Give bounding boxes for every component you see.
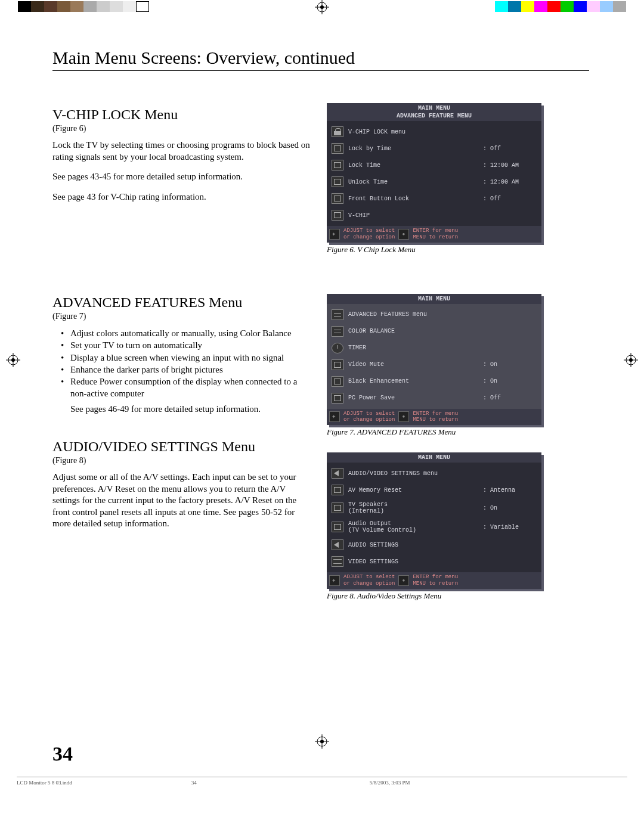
sliders-icon [332,556,343,567]
osd-row: Black Enhancement: On [330,373,538,390]
osd-label: PC Power Save [348,395,478,401]
osd-label: Lock Time [348,162,478,169]
hint-menu: MENU to return [413,581,458,587]
footer-file: LCD Monitor 5 8 03.indd [17,780,72,786]
adjust-arrows-icon [329,575,340,586]
osd-figure-8: MAIN MENU AUDIO/VIDEO SETTINGS menuAV Me… [327,452,541,589]
speaker-icon [332,468,343,479]
osd-label: Front Button Lock [348,196,478,202]
osd-label: COLOR BALANCE [348,328,478,334]
osd-label: Audio Output (TV Volume Control) [348,520,478,533]
osd7-footer: ADJUST to selector change option ENTER f… [327,409,541,426]
osd-label: TV Speakers (Internal) [348,501,478,514]
osd8-header: MAIN MENU [327,452,541,463]
page-number: 34 [52,743,73,765]
av-figref: (Figure 8) [52,456,315,466]
print-colorbar-right [495,1,626,12]
osd-value: : Off [483,196,537,202]
osd-value: : On [483,505,537,511]
osd-row: Unlock Time: 12:00 AM [330,173,538,190]
hint-adjust: ADJUST to select [343,411,395,417]
footer-line: LCD Monitor 5 8 03.indd 34 5/8/2003, 3:0… [17,777,627,786]
clock-icon [332,343,343,353]
left-column: V-CHIP LOCK Menu (Figure 6) Lock the TV … [52,101,315,616]
hint-enter: ENTER for menu [413,228,458,234]
osd-label: Lock by Time [348,145,478,152]
vchip-p1: Lock the TV by selecting times or choosi… [52,139,315,163]
av-heading: AUDIO/VIDEO SETTINGS Menu [52,439,315,455]
osd-row: VIDEO SETTINGS [330,553,538,570]
osd-row: Front Button Lock: Off [330,190,538,207]
hint-change: or change option [343,234,395,241]
adv-bullet-5: Reduce Power consumption of the display … [70,376,315,400]
right-column: MAIN MENU ADVANCED FEATURE MENU V-CHIP L… [327,101,553,616]
box-icon [332,393,343,404]
box-icon [332,193,343,204]
osd-label: TIMER [348,345,478,351]
hint-menu: MENU to return [413,417,458,423]
vchip-heading: V-CHIP LOCK Menu [52,107,315,123]
osd-label: VIDEO SETTINGS [348,559,478,565]
osd6-footer: ADJUST to selector change option ENTER f… [327,226,541,243]
dashes-icon [332,326,343,337]
osd-row: Lock by Time: Off [330,140,538,157]
osd-row: V-CHIP LOCK menu [330,123,538,140]
adv-bullet-2: Set your TV to turn on automatically [70,339,315,351]
adv-bullet-1: Adjust colors automatically or manually,… [70,327,315,339]
osd-value: : 12:00 AM [483,162,537,169]
osd-value: : Off [483,395,537,401]
hint-menu: MENU to return [413,234,458,241]
footer-page: 34 [191,780,197,786]
osd-row: Video Mute: On [330,356,538,373]
caption-7: Figure 7. ADVANCED FEATURES Menu [327,427,553,437]
print-colorbar-left [18,1,149,12]
adjust-arrows-icon [329,411,340,422]
vchip-figref: (Figure 6) [52,124,315,134]
osd-row: TIMER [330,340,538,356]
osd7-title1: MAIN MENU [327,295,541,303]
box-icon [332,522,343,532]
osd6-title2: ADVANCED FEATURE MENU [327,112,541,120]
osd8-body: AUDIO/VIDEO SETTINGS menuAV Memory Reset… [327,463,541,572]
osd8-title1: MAIN MENU [327,454,541,461]
hint-enter: ENTER for menu [413,411,458,417]
osd-row: AV Memory Reset: Antenna [330,482,538,498]
osd-label: Video Mute [348,361,478,368]
osd-row: AUDIO SETTINGS [330,536,538,553]
box-icon [332,176,343,187]
osd-row: V-CHIP [330,207,538,224]
av-p1: Adjust some or all of the A/V settings. … [52,471,315,530]
hint-change: or change option [343,581,395,587]
box-icon [332,502,343,513]
dashes-icon [332,309,343,320]
vchip-p3: See page 43 for V-Chip rating informatio… [52,191,315,203]
osd-row: Lock Time: 12:00 AM [330,157,538,173]
osd6-header: MAIN MENU ADVANCED FEATURE MENU [327,103,541,121]
speaker-icon [332,539,343,550]
footer-timestamp: 5/8/2003, 3:03 PM [370,780,410,786]
page-title: Main Menu Screens: Overview, continued [52,48,589,68]
box-icon [332,210,343,221]
osd-value: : On [483,378,537,384]
padlock-icon [332,126,343,137]
box-icon [332,143,343,154]
osd-value: : Antenna [483,487,537,494]
osd-row: ADVANCED FEATURES menu [330,306,538,323]
adv-bullet-4: Enhance the darker parts of bright pictu… [70,364,315,376]
caption-6: Figure 6. V Chip Lock Menu [327,245,553,255]
enter-icon [398,411,409,422]
enter-icon [398,229,409,240]
hint-change: or change option [343,417,395,423]
osd-value: : On [483,361,537,368]
osd-label: V-CHIP [348,212,478,219]
svg-point-7 [11,358,15,362]
osd-figure-7: MAIN MENU ADVANCED FEATURES menuCOLOR BA… [327,294,541,426]
page-content: Main Menu Screens: Overview, continued V… [52,48,589,616]
adv-heading: ADVANCED FEATURES Menu [52,294,315,311]
osd7-body: ADVANCED FEATURES menuCOLOR BALANCETIMER… [327,304,541,409]
svg-point-3 [320,5,324,9]
osd-row: PC Power Save: Off [330,390,538,407]
osd-label: AV Memory Reset [348,487,478,494]
title-rule [52,70,589,71]
registration-mark-right [624,353,638,370]
